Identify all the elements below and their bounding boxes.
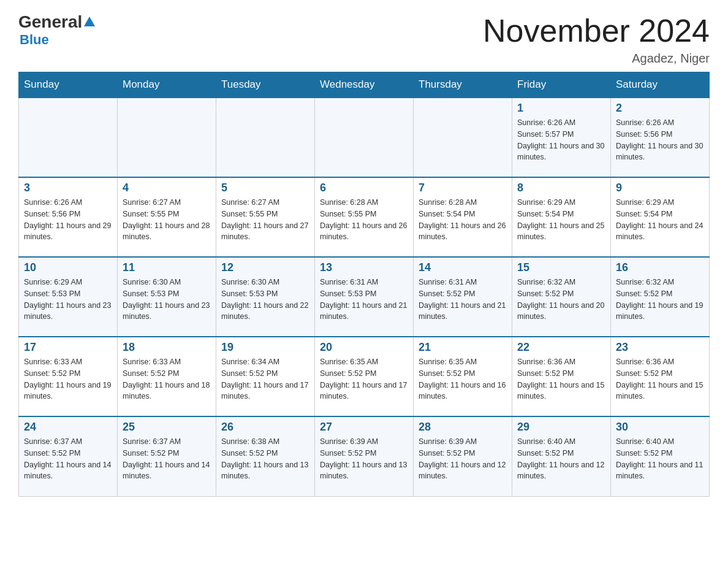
cell-day-number: 1 [517,102,605,115]
cell-1-6: 1Sunrise: 6:26 AMSunset: 5:57 PMDaylight… [512,98,611,177]
cell-5-2: 25Sunrise: 6:37 AMSunset: 5:52 PMDayligh… [118,416,216,496]
cell-sun-info: Sunrise: 6:32 AMSunset: 5:52 PMDaylight:… [616,277,704,323]
cell-sun-info: Sunrise: 6:36 AMSunset: 5:52 PMDaylight:… [517,356,605,402]
cell-5-3: 26Sunrise: 6:38 AMSunset: 5:52 PMDayligh… [216,416,315,496]
header: General Blue November 2024 Agadez, Niger [18,12,710,66]
cell-day-number: 15 [517,261,605,274]
cell-2-7: 9Sunrise: 6:29 AMSunset: 5:54 PMDaylight… [611,177,710,257]
cell-sun-info: Sunrise: 6:33 AMSunset: 5:52 PMDaylight:… [123,356,211,402]
cell-day-number: 16 [616,261,704,274]
logo: General [18,12,97,32]
cell-day-number: 17 [24,341,112,354]
cell-day-number: 22 [517,341,605,354]
cell-1-2 [118,98,216,177]
cell-sun-info: Sunrise: 6:27 AMSunset: 5:55 PMDaylight:… [221,197,309,243]
cell-day-number: 14 [419,261,507,274]
cell-sun-info: Sunrise: 6:33 AMSunset: 5:52 PMDaylight:… [24,356,112,402]
logo-area: General Blue [18,12,97,48]
header-friday: Friday [512,72,611,98]
cell-2-3: 5Sunrise: 6:27 AMSunset: 5:55 PMDaylight… [216,177,315,257]
logo-general-text: General [18,12,82,32]
cell-sun-info: Sunrise: 6:32 AMSunset: 5:52 PMDaylight:… [517,277,605,323]
cell-day-number: 7 [419,182,507,194]
cell-sun-info: Sunrise: 6:30 AMSunset: 5:53 PMDaylight:… [123,277,211,323]
cell-4-7: 23Sunrise: 6:36 AMSunset: 5:52 PMDayligh… [611,337,710,416]
cell-day-number: 18 [123,341,211,354]
cell-day-number: 29 [517,421,605,434]
cell-day-number: 23 [616,341,704,354]
cell-5-1: 24Sunrise: 6:37 AMSunset: 5:52 PMDayligh… [19,416,118,496]
cell-sun-info: Sunrise: 6:26 AMSunset: 5:56 PMDaylight:… [616,117,704,163]
header-thursday: Thursday [414,72,512,98]
cell-day-number: 2 [616,102,704,115]
cell-sun-info: Sunrise: 6:35 AMSunset: 5:52 PMDaylight:… [320,356,408,402]
cell-sun-info: Sunrise: 6:40 AMSunset: 5:52 PMDaylight:… [616,436,704,482]
cell-day-number: 20 [320,341,408,354]
calendar-table: Sunday Monday Tuesday Wednesday Thursday… [18,72,710,497]
cell-3-3: 12Sunrise: 6:30 AMSunset: 5:53 PMDayligh… [216,257,315,337]
cell-day-number: 19 [221,341,309,354]
cell-sun-info: Sunrise: 6:26 AMSunset: 5:56 PMDaylight:… [24,197,112,243]
cell-2-5: 7Sunrise: 6:28 AMSunset: 5:54 PMDaylight… [414,177,512,257]
header-saturday: Saturday [611,72,710,98]
cell-2-1: 3Sunrise: 6:26 AMSunset: 5:56 PMDaylight… [19,177,118,257]
cell-day-number: 28 [419,421,507,434]
cell-4-2: 18Sunrise: 6:33 AMSunset: 5:52 PMDayligh… [118,337,216,416]
cell-sun-info: Sunrise: 6:29 AMSunset: 5:54 PMDaylight:… [517,197,605,243]
logo-triangle-icon [83,15,96,29]
cell-day-number: 10 [24,261,112,274]
cell-sun-info: Sunrise: 6:28 AMSunset: 5:55 PMDaylight:… [320,197,408,243]
week-row-5: 24Sunrise: 6:37 AMSunset: 5:52 PMDayligh… [19,416,710,496]
header-monday: Monday [118,72,216,98]
cell-day-number: 8 [517,182,605,194]
cell-day-number: 13 [320,261,408,274]
cell-day-number: 3 [24,182,112,194]
week-row-3: 10Sunrise: 6:29 AMSunset: 5:53 PMDayligh… [19,257,710,337]
cell-1-3 [216,98,315,177]
cell-sun-info: Sunrise: 6:37 AMSunset: 5:52 PMDaylight:… [24,436,112,482]
cell-sun-info: Sunrise: 6:38 AMSunset: 5:52 PMDaylight:… [221,436,309,482]
cell-2-6: 8Sunrise: 6:29 AMSunset: 5:54 PMDaylight… [512,177,611,257]
cell-sun-info: Sunrise: 6:35 AMSunset: 5:52 PMDaylight:… [419,356,507,402]
cell-day-number: 25 [123,421,211,434]
week-row-2: 3Sunrise: 6:26 AMSunset: 5:56 PMDaylight… [19,177,710,257]
week-row-4: 17Sunrise: 6:33 AMSunset: 5:52 PMDayligh… [19,337,710,416]
cell-3-6: 15Sunrise: 6:32 AMSunset: 5:52 PMDayligh… [512,257,611,337]
cell-sun-info: Sunrise: 6:30 AMSunset: 5:53 PMDaylight:… [221,277,309,323]
cell-sun-info: Sunrise: 6:40 AMSunset: 5:52 PMDaylight:… [517,436,605,482]
cell-day-number: 27 [320,421,408,434]
cell-sun-info: Sunrise: 6:36 AMSunset: 5:52 PMDaylight:… [616,356,704,402]
cell-sun-info: Sunrise: 6:26 AMSunset: 5:57 PMDaylight:… [517,117,605,163]
cell-day-number: 21 [419,341,507,354]
cell-4-4: 20Sunrise: 6:35 AMSunset: 5:52 PMDayligh… [315,337,414,416]
cell-3-2: 11Sunrise: 6:30 AMSunset: 5:53 PMDayligh… [118,257,216,337]
cell-1-1 [19,98,118,177]
cell-1-7: 2Sunrise: 6:26 AMSunset: 5:56 PMDaylight… [611,98,710,177]
cell-day-number: 6 [320,182,408,194]
cell-3-5: 14Sunrise: 6:31 AMSunset: 5:52 PMDayligh… [414,257,512,337]
cell-sun-info: Sunrise: 6:28 AMSunset: 5:54 PMDaylight:… [419,197,507,243]
calendar-header-row: Sunday Monday Tuesday Wednesday Thursday… [19,72,710,98]
header-wednesday: Wednesday [315,72,414,98]
cell-day-number: 30 [616,421,704,434]
cell-sun-info: Sunrise: 6:31 AMSunset: 5:53 PMDaylight:… [320,277,408,323]
cell-4-1: 17Sunrise: 6:33 AMSunset: 5:52 PMDayligh… [19,337,118,416]
cell-sun-info: Sunrise: 6:37 AMSunset: 5:52 PMDaylight:… [123,436,211,482]
cell-2-2: 4Sunrise: 6:27 AMSunset: 5:55 PMDaylight… [118,177,216,257]
cell-sun-info: Sunrise: 6:29 AMSunset: 5:53 PMDaylight:… [24,277,112,323]
cell-5-4: 27Sunrise: 6:39 AMSunset: 5:52 PMDayligh… [315,416,414,496]
header-sunday: Sunday [19,72,118,98]
cell-3-4: 13Sunrise: 6:31 AMSunset: 5:53 PMDayligh… [315,257,414,337]
cell-day-number: 11 [123,261,211,274]
cell-day-number: 5 [221,182,309,194]
cell-day-number: 12 [221,261,309,274]
cell-day-number: 9 [616,182,704,194]
cell-2-4: 6Sunrise: 6:28 AMSunset: 5:55 PMDaylight… [315,177,414,257]
week-row-1: 1Sunrise: 6:26 AMSunset: 5:57 PMDaylight… [19,98,710,177]
cell-4-5: 21Sunrise: 6:35 AMSunset: 5:52 PMDayligh… [414,337,512,416]
calendar-title: November 2024 [483,12,710,49]
logo-blue-text: Blue [20,32,49,48]
cell-1-4 [315,98,414,177]
header-tuesday: Tuesday [216,72,315,98]
cell-1-5 [414,98,512,177]
